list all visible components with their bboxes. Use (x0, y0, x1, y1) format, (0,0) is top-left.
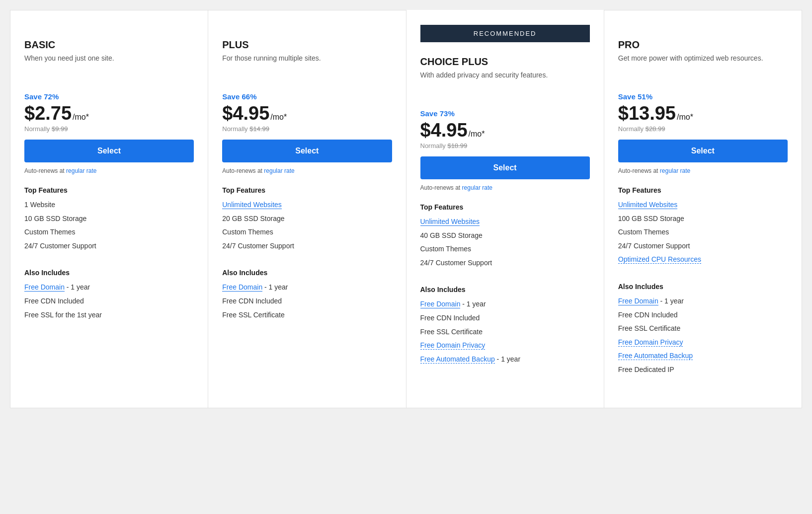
top-feature-item: 40 GB SSD Storage (420, 231, 590, 241)
also-includes-link-choice-plus-4[interactable]: Free Automated Backup (420, 355, 495, 364)
also-includes-item: Free SSL Certificate (222, 310, 392, 320)
top-features-title-choice-plus: Top Features (420, 203, 590, 211)
plan-name-basic: BASIC (24, 39, 194, 51)
top-feature-item: 24/7 Customer Support (618, 241, 788, 251)
regular-rate-link-plus[interactable]: regular rate (264, 167, 294, 174)
price-normal-choice-plus: Normally $18.99 (420, 142, 590, 149)
top-feature-link-choice-plus-0[interactable]: Unlimited Websites (420, 218, 480, 226)
plan-column-plus: PLUSFor those running multiple sites.Sav… (208, 10, 406, 408)
price-period-choice-plus: /mo* (469, 130, 485, 139)
top-features-title-pro: Top Features (618, 186, 788, 194)
top-feature-link-plus-0[interactable]: Unlimited Websites (222, 201, 282, 209)
also-includes-item: Free SSL Certificate (618, 324, 788, 334)
auto-renews-choice-plus: Auto-renews at regular rate (420, 184, 590, 191)
also-includes-link-pro-0[interactable]: Free Domain (618, 297, 658, 305)
also-includes-link-plus-0[interactable]: Free Domain (222, 283, 262, 292)
also-includes-item: Free Automated Backup (618, 351, 788, 361)
also-includes-list-basic: Free Domain - 1 yearFree CDN IncludedFre… (24, 283, 194, 324)
also-includes-item: Free Domain Privacy (420, 341, 590, 351)
plan-column-pro: PROGet more power with optimized web res… (604, 10, 802, 408)
also-includes-list-pro: Free Domain - 1 yearFree CDN IncludedFre… (618, 296, 788, 379)
also-includes-item: Free SSL Certificate (420, 327, 590, 337)
top-feature-item: 24/7 Customer Support (24, 241, 194, 251)
regular-rate-link-choice-plus[interactable]: regular rate (462, 184, 492, 191)
auto-renews-pro: Auto-renews at regular rate (618, 167, 788, 174)
top-features-list-plus: Unlimited Websites20 GB SSD StorageCusto… (222, 200, 392, 255)
top-feature-item: Custom Themes (222, 227, 392, 237)
price-period-pro: /mo* (677, 113, 693, 122)
auto-renews-basic: Auto-renews at regular rate (24, 167, 194, 174)
also-includes-item: Free Domain Privacy (618, 338, 788, 348)
top-features-list-choice-plus: Unlimited Websites40 GB SSD StorageCusto… (420, 217, 590, 272)
top-feature-item: 24/7 Customer Support (420, 258, 590, 268)
top-feature-item: Optimized CPU Resources (618, 255, 788, 265)
price-normal-basic: Normally $9.99 (24, 125, 194, 133)
top-feature-item: 20 GB SSD Storage (222, 214, 392, 224)
regular-rate-link-basic[interactable]: regular rate (66, 167, 96, 174)
plan-name-plus: PLUS (222, 39, 392, 51)
plan-column-choice-plus: RECOMMENDEDCHOICE PLUSWith added privacy… (406, 10, 604, 408)
recommended-banner: RECOMMENDED (420, 25, 590, 42)
also-includes-title-choice-plus: Also Includes (420, 286, 590, 294)
price-normal-pro: Normally $28.99 (618, 125, 788, 133)
top-feature-item: Unlimited Websites (222, 200, 392, 210)
price-period-basic: /mo* (73, 113, 89, 122)
top-feature-item: 10 GB SSD Storage (24, 214, 194, 224)
top-feature-item: Custom Themes (420, 244, 590, 254)
select-button-pro[interactable]: Select (618, 140, 788, 162)
save-badge-choice-plus: Save 73% (420, 109, 590, 118)
also-includes-title-plus: Also Includes (222, 269, 392, 277)
also-includes-link-pro-4[interactable]: Free Automated Backup (618, 352, 693, 360)
also-includes-item: Free Dedicated IP (618, 365, 788, 375)
select-button-choice-plus[interactable]: Select (420, 156, 590, 179)
price-normal-plus: Normally $14.99 (222, 125, 392, 133)
price-period-plus: /mo* (270, 113, 287, 122)
also-includes-item: Free CDN Included (420, 313, 590, 323)
plan-name-pro: PRO (618, 39, 788, 51)
also-includes-item: Free CDN Included (24, 296, 194, 306)
also-includes-link-basic-0[interactable]: Free Domain (24, 283, 65, 292)
also-includes-list-choice-plus: Free Domain - 1 yearFree CDN IncludedFre… (420, 299, 590, 368)
save-badge-pro: Save 51% (618, 92, 788, 101)
also-includes-title-basic: Also Includes (24, 269, 194, 277)
also-includes-item: Free Domain - 1 year (24, 283, 194, 293)
plan-desc-choice-plus: With added privacy and security features… (420, 71, 590, 98)
plan-desc-basic: When you need just one site. (24, 54, 194, 81)
also-includes-item: Free SSL for the 1st year (24, 310, 194, 320)
plan-column-basic: BASICWhen you need just one site.Save 72… (10, 10, 208, 408)
auto-renews-plus: Auto-renews at regular rate (222, 167, 392, 174)
top-feature-item: 100 GB SSD Storage (618, 214, 788, 224)
also-includes-item: Free Domain - 1 year (420, 299, 590, 309)
save-badge-basic: Save 72% (24, 92, 194, 101)
top-feature-item: Unlimited Websites (420, 217, 590, 227)
also-includes-title-pro: Also Includes (618, 283, 788, 291)
also-includes-link-choice-plus-0[interactable]: Free Domain (420, 300, 461, 308)
price-amount-basic: $2.75 (24, 103, 72, 124)
select-button-basic[interactable]: Select (24, 140, 194, 162)
top-feature-link-pro-0[interactable]: Unlimited Websites (618, 201, 678, 209)
top-feature-item: Custom Themes (24, 227, 194, 237)
top-features-title-plus: Top Features (222, 186, 392, 194)
top-features-title-basic: Top Features (24, 186, 194, 194)
save-badge-plus: Save 66% (222, 92, 392, 101)
top-feature-link-pro-4[interactable]: Optimized CPU Resources (618, 255, 701, 264)
regular-rate-link-pro[interactable]: regular rate (660, 167, 690, 174)
price-amount-choice-plus: $4.95 (420, 120, 468, 141)
also-includes-link-pro-3[interactable]: Free Domain Privacy (618, 338, 683, 347)
also-includes-list-plus: Free Domain - 1 yearFree CDN IncludedFre… (222, 283, 392, 324)
top-feature-item: Unlimited Websites (618, 200, 788, 210)
top-feature-item: 24/7 Customer Support (222, 241, 392, 251)
top-features-list-basic: 1 Website10 GB SSD StorageCustom Themes2… (24, 200, 194, 255)
select-button-plus[interactable]: Select (222, 140, 392, 162)
top-feature-item: 1 Website (24, 200, 194, 210)
also-includes-item: Free CDN Included (222, 296, 392, 306)
also-includes-item: Free CDN Included (618, 310, 788, 320)
price-amount-pro: $13.95 (618, 103, 676, 124)
pricing-table: BASICWhen you need just one site.Save 72… (10, 10, 802, 408)
plan-desc-plus: For those running multiple sites. (222, 54, 392, 81)
also-includes-item: Free Domain - 1 year (222, 283, 392, 293)
top-features-list-pro: Unlimited Websites100 GB SSD StorageCust… (618, 200, 788, 269)
top-feature-item: Custom Themes (618, 227, 788, 237)
plan-name-choice-plus: CHOICE PLUS (420, 56, 590, 68)
also-includes-link-choice-plus-3[interactable]: Free Domain Privacy (420, 341, 486, 350)
